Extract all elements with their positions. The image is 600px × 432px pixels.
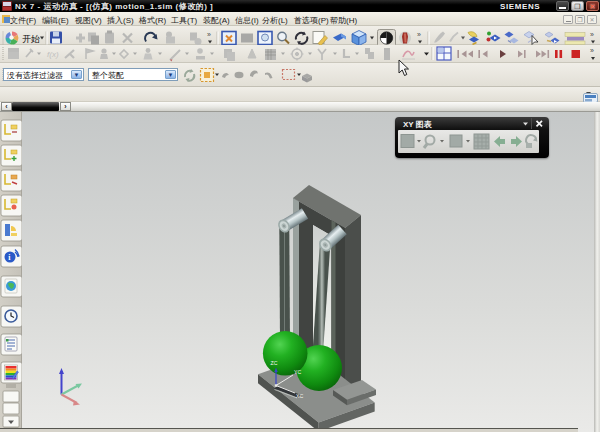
svg-text:ZC: ZC [271, 360, 278, 366]
svg-text:»: » [590, 47, 594, 54]
svg-text:»: » [590, 31, 594, 38]
svg-text:YC: YC [294, 369, 301, 375]
svg-text:»: » [207, 31, 211, 38]
svg-text:»: » [417, 31, 421, 38]
svg-text:f(x): f(x) [47, 50, 59, 59]
svg-text:XC: XC [296, 393, 303, 399]
svg-text:开始: 开始 [22, 34, 40, 44]
